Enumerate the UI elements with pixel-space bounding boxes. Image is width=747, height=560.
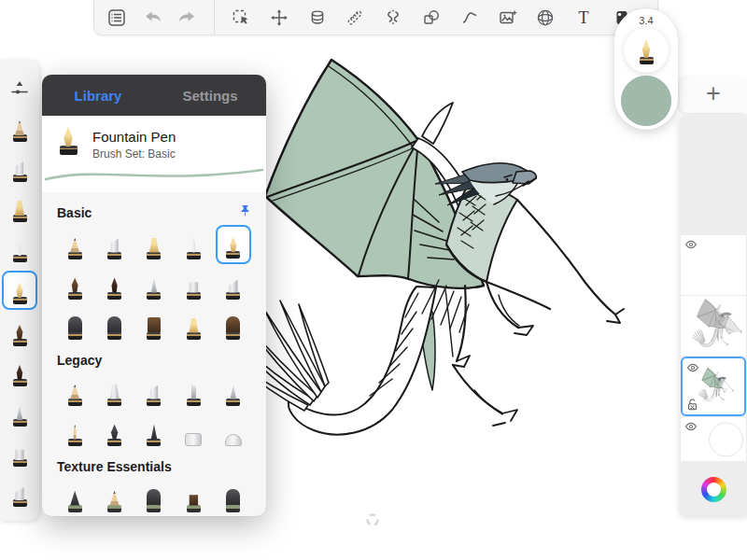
brush-cell-ink-block[interactable]: [215, 305, 252, 345]
brush-cell-round-marker[interactable]: [135, 225, 173, 265]
brush-cell-small-brush[interactable]: [135, 412, 173, 452]
layer-background[interactable]: [681, 417, 746, 461]
brush-cell-airbrush-metal[interactable]: [96, 371, 134, 412]
brush-cell-blade[interactable]: [175, 371, 212, 412]
brush-ink-brush[interactable]: [104, 272, 126, 300]
select-icon[interactable]: [230, 7, 252, 29]
tab-settings[interactable]: Settings: [154, 75, 266, 116]
brush-round-marker[interactable]: [143, 231, 165, 259]
brush-fountain-pen[interactable]: [8, 276, 31, 304]
brush-ink-nib[interactable]: [104, 418, 126, 446]
brush-cell-flat-marker[interactable]: [175, 265, 212, 305]
brush-airbrush[interactable]: [8, 399, 31, 427]
brush-cell-fountain-pen[interactable]: [216, 225, 251, 264]
add-layer-button[interactable]: +: [706, 81, 721, 106]
color-wheel-button[interactable]: [701, 477, 726, 502]
brush-texture-block[interactable]: [143, 484, 165, 512]
tool-fountain-pen[interactable]: [2, 271, 37, 310]
brush-fineliner[interactable]: [8, 234, 31, 262]
brush-marker-legacy[interactable]: [143, 378, 165, 406]
tool-airbrush[interactable]: [4, 395, 35, 430]
brush-small-brush[interactable]: [143, 418, 165, 446]
brush-cell-texture-pencil[interactable]: [96, 478, 134, 516]
alpha-lock-icon[interactable]: [686, 398, 698, 412]
redo-icon[interactable]: [176, 7, 199, 29]
tool-paintbrush[interactable]: [4, 315, 35, 350]
menu-icon[interactable]: [106, 7, 128, 29]
tool-fineliner[interactable]: [4, 231, 35, 266]
brush-cell-pencil[interactable]: [56, 225, 93, 265]
brush-blade[interactable]: [182, 378, 204, 406]
symmetry-icon[interactable]: [382, 7, 404, 29]
brush-pencil[interactable]: [8, 114, 31, 142]
brush-round-soft[interactable]: [104, 312, 126, 340]
brush-airbrush-metal[interactable]: [104, 378, 126, 406]
color-swatch[interactable]: [621, 76, 671, 126]
brush-texture-pencil[interactable]: [104, 484, 126, 512]
brush-cell-round-hard[interactable]: [56, 305, 93, 345]
background-color-swatch[interactable]: [709, 422, 743, 456]
brush-texture-fan[interactable]: [182, 484, 204, 512]
tool-chisel-marker[interactable]: [4, 150, 35, 186]
brush-eraser-flat[interactable]: [182, 418, 204, 446]
brush-airbrush[interactable]: [143, 272, 165, 300]
perspective-icon[interactable]: [534, 7, 557, 29]
brush-fountain-pen[interactable]: [222, 231, 245, 259]
brush-cell-chisel-marker[interactable]: [96, 225, 134, 265]
shapes-icon[interactable]: [420, 7, 443, 29]
pin-icon[interactable]: [239, 203, 251, 221]
tool-size-slider[interactable]: [4, 70, 35, 105]
tool-round-marker[interactable]: [4, 190, 35, 226]
tab-library[interactable]: Library: [42, 75, 154, 116]
brush-cell-fine-pen[interactable]: [215, 371, 252, 412]
layer-layer-color[interactable]: [681, 357, 746, 416]
brush-ink-block[interactable]: [222, 312, 245, 340]
brush-fine-pen[interactable]: [222, 378, 245, 406]
curve-icon[interactable]: [458, 7, 481, 29]
eye-icon[interactable]: [684, 420, 698, 433]
brush-round-hard[interactable]: [63, 312, 86, 340]
brush-flat-marker[interactable]: [8, 439, 31, 467]
brush-cell-texture-block[interactable]: [135, 478, 173, 516]
brush-blunt-tip[interactable]: [143, 312, 165, 340]
insert-image-icon[interactable]: [497, 7, 519, 29]
brush-cell-angled-marker[interactable]: [215, 265, 252, 305]
brush-cell-stub-pen[interactable]: [175, 305, 212, 345]
brush-cell-round-soft[interactable]: [96, 305, 134, 345]
brush-paintbrush[interactable]: [63, 272, 86, 300]
layer-layer-sketch[interactable]: [681, 296, 746, 356]
brush-pencil-legacy[interactable]: [63, 378, 86, 406]
fill-icon[interactable]: [306, 7, 329, 29]
brush-fineliner[interactable]: [182, 231, 204, 259]
brush-stub-pen[interactable]: [182, 312, 204, 340]
eye-icon[interactable]: [684, 238, 698, 251]
brush-cell-pencil-legacy[interactable]: [56, 371, 93, 412]
text-icon[interactable]: T: [572, 7, 595, 29]
brush-paintbrush[interactable]: [8, 318, 31, 346]
canvas-handle-icon[interactable]: [365, 512, 380, 531]
move-icon[interactable]: [268, 7, 290, 29]
brush-cell-texture-cyl[interactable]: [215, 478, 252, 516]
current-brush-button[interactable]: [624, 28, 669, 73]
brush-liner[interactable]: [63, 418, 86, 446]
brush-chisel-marker[interactable]: [104, 231, 126, 259]
brush-pencil[interactable]: [63, 231, 86, 259]
brush-eraser-round[interactable]: [222, 418, 245, 446]
tool-pencil[interactable]: [4, 110, 35, 146]
brush-cell-eraser-round[interactable]: [215, 412, 252, 452]
brush-cell-eraser-flat[interactable]: [175, 412, 212, 452]
brush-cell-ink-nib[interactable]: [96, 412, 134, 452]
tool-flat-marker[interactable]: [4, 435, 35, 470]
layer-layer-empty[interactable]: [681, 235, 746, 295]
brush-cell-texture-fan[interactable]: [175, 478, 212, 516]
brush-cell-texture-spike[interactable]: [56, 478, 93, 516]
brush-cell-fineliner[interactable]: [175, 225, 212, 265]
brush-texture-spike[interactable]: [63, 484, 86, 512]
brush-cell-airbrush[interactable]: [135, 265, 173, 305]
tool-angled-marker[interactable]: [4, 475, 35, 511]
brush-cell-blunt-tip[interactable]: [135, 305, 173, 345]
brush-cell-marker-legacy[interactable]: [135, 371, 173, 412]
tool-ink-brush[interactable]: [4, 355, 35, 390]
brush-texture-cyl[interactable]: [222, 484, 245, 512]
brush-ink-brush[interactable]: [8, 358, 31, 386]
